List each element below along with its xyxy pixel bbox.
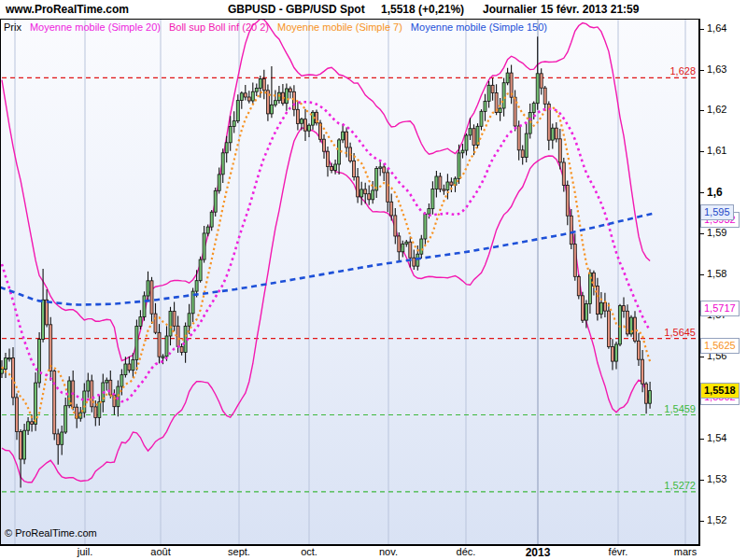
month-label-fvr: févr. (585, 546, 651, 557)
copyright-watermark: © ProRealTime.com (5, 527, 97, 539)
datetime-label: 15 févr. 2013 21:59 (541, 3, 639, 16)
price-tick-label: 1,64 (707, 22, 726, 34)
last-price-value: 1,5518 (700, 383, 740, 399)
month-label-mars: mars (653, 546, 718, 557)
price-tick-label: 1,63 (707, 63, 726, 75)
ma7-value: 1,5625 (700, 338, 740, 354)
plot-top-border (0, 19, 700, 20)
resistance-line-15645-label[interactable]: 1,5645 (664, 327, 696, 338)
legend-bollinger[interactable]: Boll sup Boll inf (20 2) (169, 21, 269, 33)
site-watermark: www.ProRealTime.com (6, 3, 129, 16)
legend-ma20[interactable]: Moyenne mobile (Simple 20) (30, 21, 161, 33)
price-tick-label: 1,58 (707, 268, 726, 279)
price-tick-mark (698, 192, 704, 193)
support-line-15459-label[interactable]: 1,5459 (664, 403, 696, 414)
timeframe-label: Journalier (483, 3, 537, 16)
resistance-line-1628-label[interactable]: 1,628 (669, 65, 696, 77)
month-label-aot: août (128, 546, 193, 557)
month-label-sept: sept. (206, 546, 272, 557)
month-label-nov: nov. (356, 546, 421, 557)
plot-left-border (0, 20, 1, 545)
price-tick-label: 1,61 (707, 145, 726, 156)
prorealtime-chart-window: www.ProRealTime.com GBPUSD - GBP/USD Spo… (0, 0, 747, 560)
ma20-value: 1,5717 (700, 301, 740, 316)
price-tick-label: 1,6 (707, 186, 723, 199)
month-label-dc: déc. (433, 546, 499, 557)
price-tick-label: 1,52 (707, 514, 726, 525)
price-tick-mark (698, 70, 704, 71)
legend-ma7[interactable]: Moyenne mobile (Simple 7) (277, 21, 402, 33)
chart-canvas[interactable] (1, 20, 698, 544)
price-quote: 1,5518 (+0,21%) (381, 3, 464, 16)
month-label-2013: 2013 (505, 546, 571, 559)
price-tick-label: 1,53 (707, 473, 726, 484)
price-tick-mark (698, 357, 704, 357)
price-tick-mark (698, 274, 704, 275)
price-axis-line (698, 19, 700, 546)
price-tick-mark (698, 439, 704, 440)
price-tick-mark (698, 480, 704, 481)
price-tick-label: 1,54 (707, 432, 726, 443)
legend-ma150[interactable]: Moyenne mobile (Simple 150) (411, 21, 547, 33)
support-line-15272-label[interactable]: 1,5272 (664, 480, 696, 491)
price-tick-label: 1,59 (707, 227, 726, 238)
legend-price[interactable]: Prix (4, 21, 21, 33)
price-tick-label: 1,62 (707, 104, 726, 115)
chart-title: GBPUSD - GBP/USD Spot (228, 3, 365, 16)
price-tick-mark (698, 521, 704, 522)
price-tick-mark (698, 110, 704, 111)
month-label-juil: juil. (52, 546, 118, 557)
ma150-value: 1,595 (700, 204, 734, 220)
month-label-oct: oct. (276, 546, 342, 557)
price-tick-mark (698, 29, 704, 30)
legend-bar: PrixMoyenne mobile (Simple 20)Boll sup B… (4, 21, 556, 33)
price-tick-mark (698, 233, 704, 234)
price-tick-mark (698, 151, 704, 152)
